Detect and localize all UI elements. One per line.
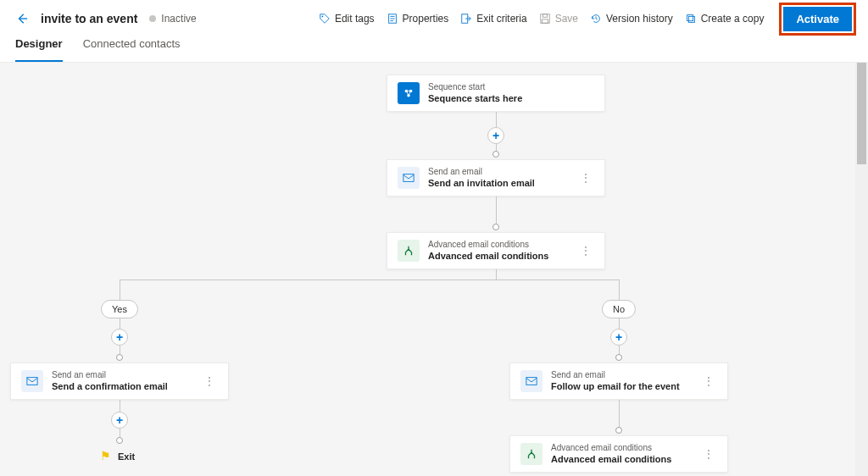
edit-tags-label: Edit tags bbox=[335, 13, 375, 25]
sequence-start-icon bbox=[398, 82, 420, 104]
status-indicator-dot bbox=[149, 15, 156, 22]
node-cond1-type: Advanced email conditions bbox=[428, 240, 578, 250]
svg-rect-4 bbox=[542, 14, 547, 18]
add-step-button-yes-2[interactable]: + bbox=[111, 412, 128, 429]
connector-endpoint bbox=[492, 151, 499, 158]
connector bbox=[496, 269, 497, 280]
connector-endpoint bbox=[492, 224, 499, 230]
connector bbox=[496, 112, 497, 127]
connector bbox=[619, 318, 620, 329]
node-no-email-type: Send an email bbox=[551, 370, 701, 380]
node-start-type: Sequence start bbox=[428, 82, 594, 92]
node-exit-title: Exit bbox=[118, 451, 135, 462]
activate-button[interactable]: Activate bbox=[783, 7, 852, 31]
condition-icon bbox=[398, 240, 420, 262]
email-icon bbox=[398, 167, 420, 189]
node-followup-email[interactable]: Send an email Follow up email for the ev… bbox=[509, 363, 728, 400]
connector bbox=[120, 400, 120, 412]
node-send-invitation-email[interactable]: Send an email Send an invitation email ⋮ bbox=[387, 159, 605, 196]
condition-icon bbox=[520, 443, 542, 465]
node-menu-button[interactable]: ⋮ bbox=[701, 447, 717, 461]
connector bbox=[120, 280, 120, 300]
node-menu-button[interactable]: ⋮ bbox=[578, 171, 594, 185]
svg-rect-6 bbox=[687, 15, 693, 21]
connector bbox=[619, 280, 620, 300]
create-copy-button[interactable]: Create a copy bbox=[685, 13, 765, 25]
node-sequence-start[interactable]: Sequence start Sequence starts here bbox=[387, 75, 605, 112]
scrollbar-thumb[interactable] bbox=[857, 63, 866, 164]
branch-badge-yes: Yes bbox=[101, 300, 138, 318]
connector-endpoint bbox=[116, 437, 123, 444]
activate-highlight: Activate bbox=[779, 3, 856, 36]
svg-point-0 bbox=[321, 16, 323, 18]
designer-canvas[interactable]: Sequence start Sequence starts here + Se… bbox=[0, 63, 868, 476]
node-no-cond-title: Advanced email conditions bbox=[551, 454, 701, 465]
toolbar: Edit tags Properties Exit criteria Save … bbox=[319, 3, 856, 36]
back-button[interactable] bbox=[12, 8, 32, 29]
connector bbox=[120, 318, 120, 329]
status-text: Inactive bbox=[161, 13, 196, 25]
node-no-cond-type: Advanced email conditions bbox=[551, 443, 701, 453]
connector-endpoint bbox=[615, 427, 622, 434]
node-menu-button[interactable]: ⋮ bbox=[701, 374, 717, 388]
tabs-bar: Designer Connected contacts bbox=[0, 37, 868, 63]
svg-rect-7 bbox=[688, 16, 694, 22]
node-no-email-title: Follow up email for the event bbox=[551, 381, 701, 392]
node-send-confirmation-email[interactable]: Send an email Send a confirmation email … bbox=[10, 363, 229, 400]
add-step-button[interactable]: + bbox=[487, 127, 504, 144]
connector bbox=[619, 400, 620, 427]
node-yes-email-title: Send a confirmation email bbox=[52, 381, 202, 392]
node-exit[interactable]: ⚑ Exit bbox=[100, 449, 135, 462]
svg-rect-11 bbox=[403, 174, 414, 182]
create-copy-label: Create a copy bbox=[701, 13, 765, 25]
properties-button[interactable]: Properties bbox=[387, 13, 449, 25]
save-button: Save bbox=[539, 13, 578, 25]
add-step-button-no[interactable]: + bbox=[610, 329, 627, 346]
connector bbox=[619, 346, 620, 354]
connector bbox=[496, 144, 497, 151]
header-bar: invite to an event Inactive Edit tags Pr… bbox=[0, 0, 868, 37]
sequence-title: invite to an event bbox=[41, 12, 137, 25]
branch-badge-no: No bbox=[602, 300, 636, 318]
connector-endpoint bbox=[615, 354, 622, 361]
connector bbox=[120, 280, 619, 280]
node-advanced-email-conditions-2[interactable]: Advanced email conditions Advanced email… bbox=[509, 435, 728, 473]
connector-endpoint bbox=[116, 354, 123, 361]
node-email1-title: Send an invitation email bbox=[428, 178, 578, 189]
flag-icon: ⚑ bbox=[100, 449, 111, 462]
activate-label: Activate bbox=[796, 13, 839, 25]
node-menu-button[interactable]: ⋮ bbox=[578, 244, 594, 257]
svg-rect-5 bbox=[542, 19, 548, 23]
scrollbar-track[interactable] bbox=[855, 63, 868, 476]
exit-criteria-label: Exit criteria bbox=[476, 13, 526, 25]
email-icon bbox=[21, 370, 43, 392]
node-yes-email-type: Send an email bbox=[52, 370, 202, 380]
node-cond1-title: Advanced email conditions bbox=[428, 251, 578, 262]
save-label: Save bbox=[555, 13, 578, 25]
node-email1-type: Send an email bbox=[428, 167, 578, 177]
version-history-label: Version history bbox=[606, 13, 673, 25]
svg-rect-13 bbox=[526, 378, 537, 385]
email-icon bbox=[520, 370, 542, 392]
connector bbox=[496, 196, 497, 224]
version-history-button[interactable]: Version history bbox=[590, 13, 673, 25]
properties-label: Properties bbox=[403, 13, 449, 25]
node-start-title: Sequence starts here bbox=[428, 93, 594, 104]
connector bbox=[120, 429, 120, 437]
svg-rect-12 bbox=[27, 378, 37, 385]
connector bbox=[120, 346, 120, 354]
tab-connected-contacts[interactable]: Connected contacts bbox=[83, 37, 181, 62]
node-menu-button[interactable]: ⋮ bbox=[202, 374, 218, 388]
node-advanced-email-conditions[interactable]: Advanced email conditions Advanced email… bbox=[387, 232, 605, 269]
tab-designer[interactable]: Designer bbox=[15, 37, 63, 62]
add-step-button-yes[interactable]: + bbox=[111, 329, 128, 346]
exit-criteria-button[interactable]: Exit criteria bbox=[460, 13, 526, 25]
edit-tags-button[interactable]: Edit tags bbox=[319, 13, 375, 25]
